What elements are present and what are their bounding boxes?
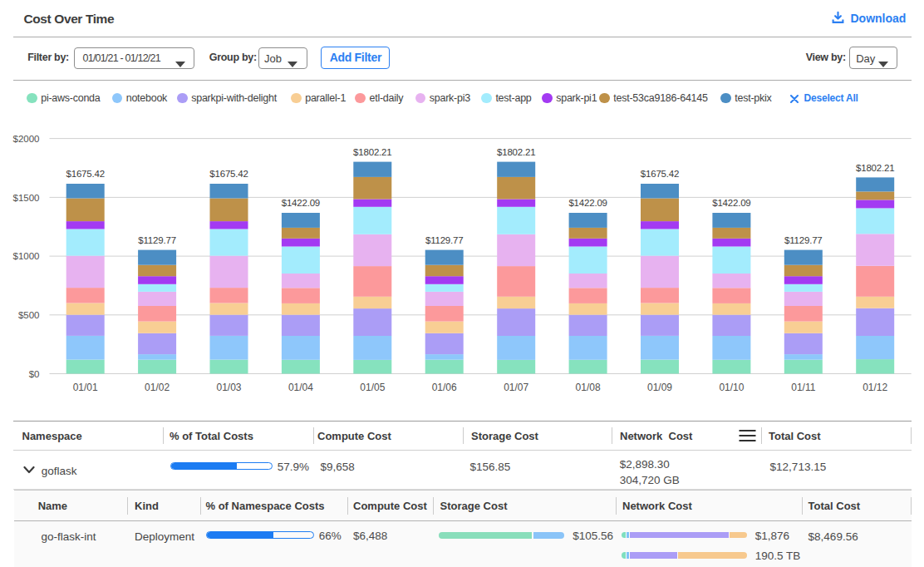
- svg-text:01/10: 01/10: [719, 382, 744, 393]
- svg-text:$1802.21: $1802.21: [497, 147, 535, 157]
- svg-text:$1422.09: $1422.09: [568, 198, 607, 208]
- svg-text:$1129.77: $1129.77: [425, 235, 464, 245]
- svg-text:01/07: 01/07: [504, 382, 528, 393]
- svg-text:01/05: 01/05: [360, 382, 385, 393]
- svg-text:$2000: $2000: [13, 134, 40, 144]
- svg-text:01/02: 01/02: [145, 382, 170, 393]
- svg-text:01/09: 01/09: [647, 382, 672, 393]
- svg-text:01/04: 01/04: [288, 382, 313, 393]
- svg-text:$1802.21: $1802.21: [353, 147, 391, 157]
- svg-text:01/03: 01/03: [216, 382, 241, 393]
- svg-text:$1500: $1500: [13, 193, 40, 203]
- svg-text:$1675.42: $1675.42: [66, 169, 105, 179]
- svg-text:$1129.77: $1129.77: [138, 235, 176, 245]
- svg-text:$500: $500: [18, 310, 40, 320]
- svg-text:$1129.77: $1129.77: [784, 235, 823, 245]
- svg-text:$1422.09: $1422.09: [712, 198, 750, 208]
- svg-text:$1422.09: $1422.09: [282, 198, 320, 208]
- svg-text:$0: $0: [29, 369, 40, 379]
- svg-text:$1675.42: $1675.42: [209, 169, 248, 179]
- svg-text:01/08: 01/08: [576, 382, 601, 393]
- svg-text:01/01: 01/01: [73, 382, 98, 393]
- svg-text:01/12: 01/12: [863, 382, 887, 393]
- svg-text:01/11: 01/11: [791, 382, 815, 393]
- svg-text:$1675.42: $1675.42: [641, 169, 679, 179]
- svg-text:$1000: $1000: [13, 251, 40, 261]
- svg-text:01/06: 01/06: [432, 382, 457, 393]
- svg-text:$1802.21: $1802.21: [856, 163, 894, 173]
